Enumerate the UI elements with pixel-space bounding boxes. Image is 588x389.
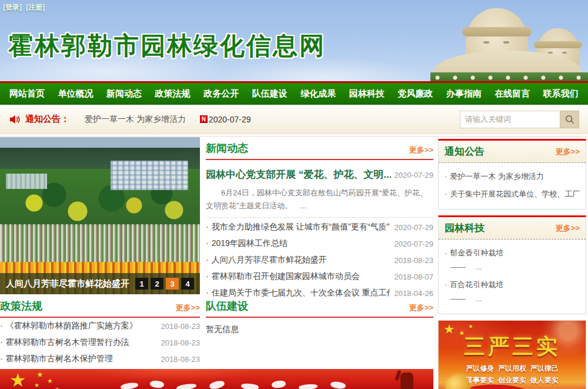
nav-item-tech[interactable]: 园林科技 bbox=[349, 88, 385, 99]
policy-more-link[interactable]: 更多>> bbox=[176, 302, 200, 313]
slideshow-photo bbox=[0, 137, 200, 294]
news-row: 霍林郭勒市召开创建国家园林城市动员会 2018-08-07 bbox=[206, 268, 433, 285]
policy-link[interactable]: 《霍林郭勒市林荫路推广实施方案》 bbox=[0, 321, 138, 331]
register-link[interactable]: [注册] bbox=[26, 3, 45, 11]
star-icon: ★ bbox=[34, 382, 39, 388]
slideshow-page-button[interactable]: 4 bbox=[181, 278, 194, 290]
calligraphy-stroke bbox=[271, 380, 286, 388]
statue-silhouette bbox=[400, 373, 413, 389]
team-more-link[interactable]: 更多>> bbox=[409, 302, 433, 313]
tech-box-item[interactable]: 郁金香引种栽培 bbox=[445, 244, 580, 262]
tech-box-body: 郁金香引种栽培 —— ... 百合花引种栽培 —— ... bbox=[439, 240, 586, 314]
calligraphy-stroke bbox=[330, 381, 346, 389]
policy-link[interactable]: 霍林郭勒市古树名木管理暂行办法 bbox=[0, 337, 129, 348]
tech-box-item-sub: —— ... bbox=[445, 294, 580, 308]
featured-news-date: 2020-07-29 bbox=[395, 171, 434, 179]
team-empty-text: 暂无信息 bbox=[206, 318, 433, 341]
new-badge-icon: N bbox=[200, 115, 208, 123]
news-link[interactable]: 住建局关于市委七届九次、十次全体会议 重点工作任... bbox=[206, 288, 390, 298]
notice-box-more-link[interactable]: 更多>> bbox=[556, 147, 580, 157]
news-link[interactable]: 我市全力助推绿色发展 让城市有“颜值”更有“气质” bbox=[206, 222, 389, 232]
notice-headline-link[interactable]: 爱护一草一木 为家乡增活力 bbox=[85, 114, 186, 125]
login-link[interactable]: [登录] bbox=[3, 3, 22, 11]
policy-list: 《霍林郭勒市林荫路推广实施方案》 2018-08-23 霍林郭勒市古树名木管理暂… bbox=[0, 318, 200, 367]
notice-box-body: 爱护一草一木 为家乡增活力 关于集中开展花园式单位、学校、工厂... bbox=[439, 163, 586, 209]
photo-building bbox=[111, 161, 188, 190]
nav-item-contact[interactable]: 联系我们 bbox=[543, 88, 579, 99]
policy-date: 2018-08-23 bbox=[161, 338, 201, 347]
tech-box-item-sub: —— ... bbox=[445, 262, 580, 276]
tech-box-title: 园林科技 bbox=[445, 221, 485, 235]
news-date: 2018-04-26 bbox=[395, 289, 434, 298]
slideshow-page-button[interactable]: 1 bbox=[135, 278, 148, 290]
calligraphy-stroke bbox=[209, 380, 225, 389]
content-separator bbox=[0, 136, 588, 137]
calligraphy-stroke bbox=[241, 383, 259, 389]
news-link[interactable]: 霍林郭勒市召开创建国家园林城市动员会 bbox=[206, 271, 360, 282]
news-more-link[interactable]: 更多>> bbox=[409, 145, 433, 155]
notice-box-title: 通知公告 bbox=[445, 145, 485, 158]
dotted-divider bbox=[206, 217, 433, 218]
nav-item-gov-affairs[interactable]: 政务公开 bbox=[203, 88, 239, 99]
search-button[interactable] bbox=[560, 111, 579, 128]
policy-link[interactable]: 霍林郭勒市古树名木保护管理 bbox=[0, 354, 113, 364]
slideshow-page-button[interactable]: 2 bbox=[151, 278, 163, 290]
policy-date: 2018-08-23 bbox=[161, 355, 201, 364]
slideshow-caption-link[interactable]: 人间八月芳菲尽霍市鲜花始盛开 bbox=[6, 278, 135, 290]
policy-row: 霍林郭勒市古树名木保护管理 2018-08-23 bbox=[0, 351, 200, 367]
tech-box-header: 园林科技 更多>> bbox=[439, 217, 586, 240]
team-section-title: 队伍建设 bbox=[206, 299, 248, 313]
nav-item-guide[interactable]: 办事指南 bbox=[446, 88, 482, 99]
auth-links: [登录] [注册] bbox=[3, 2, 47, 12]
nav-item-home[interactable]: 网站首页 bbox=[9, 88, 45, 99]
policy-row: 《霍林郭勒市林荫路推广实施方案》 2018-08-23 bbox=[0, 318, 200, 334]
site-title: 霍林郭勒市园林绿化信息网 bbox=[8, 29, 326, 62]
tech-box-item[interactable]: 百合花引种栽培 bbox=[445, 276, 580, 294]
policy-section: 政策法规 更多>> 《霍林郭勒市林荫路推广实施方案》 2018-08-23 霍林… bbox=[0, 299, 200, 367]
nav-item-party[interactable]: 党风廉政 bbox=[397, 88, 433, 99]
slideshow[interactable]: 人间八月芳菲尽霍市鲜花始盛开 1 2 3 4 bbox=[0, 137, 200, 294]
news-list: 我市全力助推绿色发展 让城市有“颜值”更有“气质” 2020-07-29 201… bbox=[206, 219, 433, 301]
search-input[interactable] bbox=[460, 111, 560, 128]
policy-row: 霍林郭勒市古树名木管理暂行办法 2018-08-23 bbox=[0, 334, 200, 351]
nav-item-team[interactable]: 队伍建设 bbox=[252, 88, 288, 99]
slogan-banner[interactable]: ★ ★ ★ 三严三实 严以修身 严以用权 严以律己 谋事要实 创业要实 做人要实 bbox=[438, 320, 586, 389]
tech-box: 园林科技 更多>> 郁金香引种栽培 —— ... 百合花引种栽培 —— ... bbox=[438, 215, 586, 314]
bottom-propaganda-banner[interactable]: ★ ★ ★ ★ ★ bbox=[0, 369, 433, 389]
statue-grass-strip bbox=[430, 72, 588, 81]
calligraphy-stroke bbox=[176, 383, 197, 389]
news-section-title: 新闻动态 bbox=[206, 141, 248, 155]
team-section-header: 队伍建设 更多>> bbox=[206, 299, 433, 318]
nav-item-news[interactable]: 新闻动态 bbox=[106, 88, 142, 99]
news-date: 2018-08-23 bbox=[395, 256, 434, 265]
nav-item-greening[interactable]: 绿化成果 bbox=[300, 88, 336, 99]
news-row: 2019年园林工作总结 2020-07-29 bbox=[206, 235, 433, 252]
nav-item-message[interactable]: 在线留言 bbox=[495, 88, 530, 99]
policy-section-title: 政策法规 bbox=[0, 299, 42, 313]
notice-date: 2020-07-29 bbox=[209, 115, 251, 124]
tech-box-more-link[interactable]: 更多>> bbox=[556, 223, 580, 234]
nav-item-about[interactable]: 单位概况 bbox=[58, 88, 93, 99]
search-icon bbox=[564, 114, 575, 125]
page: [登录] [注册] 霍林郭勒市园林绿化信息网 网站首页 单位概况 新闻动态 政策… bbox=[0, 0, 588, 389]
slideshow-page-button[interactable]: 3 bbox=[166, 278, 179, 290]
news-date: 2020-07-29 bbox=[395, 223, 434, 232]
star-icon: ★ bbox=[47, 377, 53, 385]
featured-news: 园林中心党支部开展 “爱花、护花、文明... 2020-07-29 bbox=[206, 168, 433, 181]
featured-news-summary: 6月24日，园林中心党支部在敖包山芍药园开展“爱花、护花、文明赏花”主题党日活动… bbox=[206, 187, 433, 212]
notice-box: 通知公告 更多>> 爱护一草一木 为家乡增活力 关于集中开展花园式单位、学校、工… bbox=[438, 139, 586, 210]
notice-box-item[interactable]: 关于集中开展花园式单位、学校、工厂... bbox=[445, 185, 580, 203]
photo-building-left bbox=[6, 174, 47, 189]
notice-box-item[interactable]: 爱护一草一木 为家乡增活力 bbox=[445, 168, 580, 185]
featured-news-link[interactable]: 园林中心党支部开展 “爱花、护花、文明... bbox=[206, 168, 391, 181]
calligraphy-stroke bbox=[299, 384, 318, 389]
slogan-line1: 严以修身 严以用权 严以律己 bbox=[439, 364, 586, 374]
main-nav: 网站首页 单位概况 新闻动态 政策法规 政务公开 队伍建设 绿化成果 园林科技 … bbox=[0, 83, 588, 105]
calligraphy-stroke bbox=[149, 380, 164, 388]
speaker-icon bbox=[9, 114, 21, 125]
slideshow-pagination: 1 2 3 4 bbox=[135, 278, 194, 290]
nav-item-policy[interactable]: 政策法规 bbox=[155, 88, 191, 99]
news-link[interactable]: 人间八月芳菲尽霍市鲜花始盛开 bbox=[206, 255, 327, 265]
news-link[interactable]: 2019年园林工作总结 bbox=[206, 238, 288, 249]
news-date: 2020-07-29 bbox=[395, 240, 434, 248]
